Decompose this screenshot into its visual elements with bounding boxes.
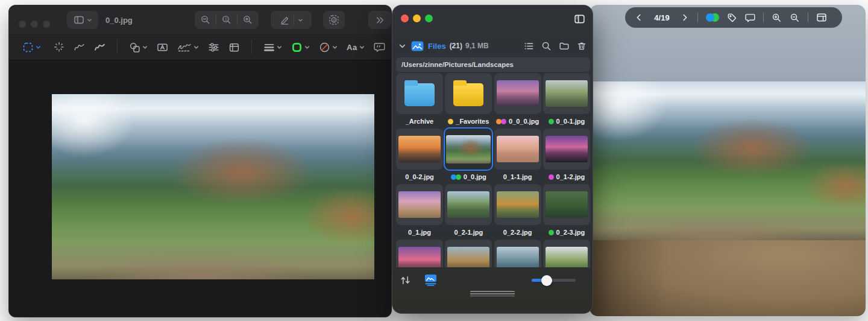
instant-alpha-button[interactable] bbox=[54, 42, 64, 52]
next-button[interactable] bbox=[680, 13, 690, 22]
yellow-folder-icon bbox=[453, 83, 483, 106]
thumbnail-cell bbox=[494, 73, 541, 114]
actual-size-icon: 1 bbox=[221, 14, 232, 25]
file-item-0_0.jpg[interactable]: 0_0.jpg bbox=[445, 129, 492, 184]
thumbnail-size-slider[interactable] bbox=[532, 279, 576, 282]
thumbnail-cell bbox=[543, 184, 590, 225]
window-title: 0_0.jpg bbox=[105, 16, 133, 25]
gallery-view-button[interactable] bbox=[424, 274, 437, 287]
selection-tool-button[interactable] bbox=[22, 42, 41, 53]
list-view-icon bbox=[524, 41, 534, 51]
chevron-down-icon bbox=[36, 45, 41, 50]
file-name: 0_1-1.jpg bbox=[503, 173, 532, 180]
zoom-out-button[interactable] bbox=[195, 14, 216, 25]
close-button[interactable] bbox=[401, 14, 409, 22]
image-thumbnail bbox=[398, 247, 441, 267]
thumbnail-cell bbox=[396, 129, 443, 170]
previous-button[interactable] bbox=[634, 13, 644, 22]
shapes-button[interactable] bbox=[129, 42, 148, 53]
toolbar-divider bbox=[697, 13, 698, 22]
minimize-button[interactable] bbox=[413, 14, 421, 22]
adjust-filter-button[interactable] bbox=[323, 11, 345, 29]
comment-button[interactable] bbox=[745, 13, 755, 23]
markup-button[interactable] bbox=[271, 11, 312, 29]
image-thumbnail bbox=[446, 135, 491, 164]
crop-button[interactable] bbox=[228, 42, 240, 53]
file-name: 0_2-1.jpg bbox=[454, 229, 483, 236]
tag-button[interactable] bbox=[727, 13, 737, 23]
tag-icon bbox=[727, 13, 737, 23]
file-name: _Archive bbox=[406, 118, 433, 125]
file-item-0_0-2.jpg[interactable]: 0_0-2.jpg bbox=[396, 129, 443, 184]
tag-dots-button[interactable] bbox=[706, 13, 719, 22]
fill-color-button[interactable] bbox=[319, 42, 338, 53]
file-label: 0_1-1.jpg bbox=[503, 170, 532, 184]
file-item[interactable] bbox=[396, 240, 443, 267]
preview-photo[interactable] bbox=[52, 94, 374, 279]
file-item-0_0-1.jpg[interactable]: 0_0-1.jpg bbox=[543, 73, 590, 129]
close-button[interactable] bbox=[19, 21, 26, 28]
folder-item-_Archive[interactable]: _Archive bbox=[396, 73, 443, 129]
description-button[interactable] bbox=[374, 42, 385, 53]
zoom-window-button[interactable] bbox=[425, 14, 433, 22]
zoom-out-button[interactable] bbox=[790, 13, 800, 23]
instant-alpha-icon bbox=[54, 42, 64, 52]
file-name: 0_2-3.jpg bbox=[556, 229, 585, 236]
file-item-0_0_0.jpg[interactable]: 0_0_0.jpg bbox=[494, 73, 541, 129]
path-bar[interactable]: /Users/zinne/Pictures/Landscapes bbox=[396, 57, 590, 72]
trash-button[interactable] bbox=[577, 41, 587, 51]
actual-size-button[interactable]: 1 bbox=[216, 14, 237, 25]
zoom-window-button[interactable] bbox=[43, 21, 50, 28]
file-item[interactable] bbox=[445, 240, 492, 267]
file-item-0_2-1.jpg[interactable]: 0_2-1.jpg bbox=[445, 184, 492, 240]
text-box-button[interactable] bbox=[157, 42, 168, 53]
list-view-button[interactable] bbox=[524, 41, 534, 51]
sidebar-toggle-button[interactable] bbox=[67, 11, 98, 29]
panel-title: Files bbox=[428, 42, 446, 51]
adjust-sliders-button[interactable] bbox=[208, 42, 219, 53]
shapes-icon bbox=[129, 42, 140, 53]
resize-grip[interactable] bbox=[470, 291, 515, 297]
yellow-tag-dot bbox=[448, 119, 453, 124]
panel-sidebar-toggle-button[interactable] bbox=[574, 13, 585, 25]
disclosure-button[interactable] bbox=[398, 42, 406, 50]
image-thumbnail bbox=[398, 136, 441, 162]
image-thumbnail bbox=[497, 136, 539, 162]
markup-toolbar: Aa bbox=[9, 34, 391, 60]
preview-window: 0_0.jpg 1 bbox=[8, 5, 392, 317]
file-item[interactable] bbox=[543, 240, 590, 267]
file-item-0_1-2.jpg[interactable]: 0_1-2.jpg bbox=[543, 129, 590, 184]
file-item-0_1-1.jpg[interactable]: 0_1-1.jpg bbox=[494, 129, 541, 184]
slider-knob[interactable] bbox=[541, 275, 552, 286]
file-name: 0_2-2.jpg bbox=[503, 229, 532, 236]
zoom-in-button[interactable] bbox=[772, 13, 782, 23]
line-weight-button[interactable] bbox=[263, 42, 282, 53]
file-item-0_2-2.jpg[interactable]: 0_2-2.jpg bbox=[494, 184, 541, 240]
chevron-down-icon bbox=[359, 45, 365, 50]
sort-button[interactable] bbox=[400, 275, 411, 286]
minimize-button[interactable] bbox=[31, 21, 38, 28]
file-item-0_2-3.jpg[interactable]: 0_2-3.jpg bbox=[543, 184, 590, 240]
signature-button[interactable] bbox=[177, 42, 199, 53]
file-item-0_1.jpg[interactable]: 0_1.jpg bbox=[396, 184, 443, 240]
thumbnail-cell bbox=[396, 184, 443, 225]
more-toolbar-button[interactable] bbox=[368, 11, 391, 29]
zoom-in-button[interactable] bbox=[237, 14, 258, 25]
panel-toggle-button[interactable] bbox=[816, 12, 827, 23]
file-item[interactable] bbox=[494, 240, 541, 267]
border-color-button[interactable] bbox=[291, 42, 310, 53]
search-button[interactable] bbox=[541, 41, 552, 51]
image-thumbnail bbox=[497, 191, 539, 218]
sidebar-icon bbox=[74, 14, 84, 25]
folder-item-_Favorites[interactable]: _Favorites bbox=[445, 73, 492, 129]
panel-toggle-icon bbox=[816, 12, 827, 23]
divider bbox=[294, 14, 294, 25]
trash-icon bbox=[577, 41, 587, 51]
chevron-right-icon bbox=[680, 13, 690, 22]
new-folder-button[interactable] bbox=[559, 41, 570, 51]
file-label: 0_0_0.jpg bbox=[496, 114, 539, 129]
draw-tool-button[interactable] bbox=[94, 42, 105, 53]
magenta-tag-dot bbox=[549, 174, 554, 180]
sketch-tool-button[interactable] bbox=[74, 42, 85, 53]
text-style-button[interactable]: Aa bbox=[347, 43, 365, 52]
